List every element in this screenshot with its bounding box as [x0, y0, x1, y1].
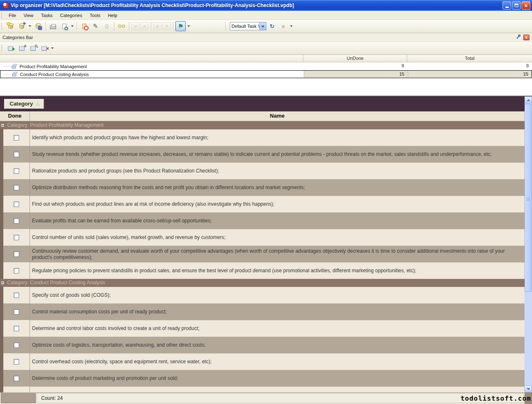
task-row[interactable]: Control overhead costs (electricity, spa…: [0, 353, 525, 370]
task-checkbox[interactable]: [14, 293, 19, 298]
undone-column-header[interactable]: UnDone: [303, 55, 407, 62]
x-icon: ×: [281, 23, 285, 30]
scroll-down-button[interactable]: [525, 385, 532, 392]
assign-task-icon: [105, 24, 108, 29]
categories-bar-close-button[interactable]: ×: [523, 34, 530, 40]
close-button[interactable]: [522, 1, 530, 10]
done-cell: [3, 320, 30, 337]
task-grid-panel: Category △ Done Name Category: Product P…: [0, 96, 532, 392]
task-row[interactable]: Rationalize products and product groups …: [0, 163, 525, 179]
task-row[interactable]: Optimize distribution methods reasoning …: [0, 179, 525, 196]
task-row[interactable]: Study revenue trends (whether product re…: [0, 146, 525, 163]
done-cell: [3, 196, 30, 212]
view-task-button[interactable]: [116, 21, 127, 31]
name-column-header[interactable]: Name: [30, 111, 525, 121]
category-row[interactable]: Product Profitability Management99: [0, 62, 532, 70]
window-title: Vip organizer [M:\Vlad\Checklists\Produc…: [11, 2, 500, 8]
green-flag-icon: ⚑: [178, 23, 183, 30]
view-mode-dropdown-icon[interactable]: [187, 25, 190, 27]
assign-task-button[interactable]: [101, 21, 112, 31]
delete-view-button[interactable]: ×: [278, 21, 288, 31]
save-database-button[interactable]: [33, 21, 43, 31]
categories-toolbar-dropdown-icon[interactable]: [51, 47, 54, 49]
task-row[interactable]: Evaluate profits that can be earned from…: [0, 212, 525, 229]
group-header-row[interactable]: Category: Conduct Product Costing Analys…: [0, 279, 525, 287]
open-dropdown-icon[interactable]: [29, 25, 31, 27]
task-row[interactable]: Control number of units sold (sales volu…: [0, 229, 525, 246]
print-dropdown-icon[interactable]: [71, 25, 74, 27]
task-checkbox[interactable]: [14, 342, 19, 348]
edit-task-button[interactable]: ✎: [90, 21, 101, 31]
task-checkbox[interactable]: [14, 135, 19, 140]
menu-item-tasks[interactable]: Tasks: [37, 12, 56, 19]
task-row[interactable]: Regulate pricing policies to prevent sta…: [0, 262, 525, 279]
group-header-row[interactable]: Category: Product Profitability Manageme…: [0, 121, 525, 129]
move-bottom-button[interactable]: [153, 22, 162, 30]
task-checkbox[interactable]: [14, 218, 19, 224]
add-subcategory-button[interactable]: [17, 43, 27, 53]
move-up-button[interactable]: [140, 22, 149, 30]
chevron-down-icon: [261, 24, 264, 27]
restore-button[interactable]: [512, 1, 521, 10]
task-row[interactable]: Determine costs of product marketing and…: [0, 370, 525, 387]
apply-view-button[interactable]: ↻: [267, 21, 277, 31]
task-checkbox[interactable]: [14, 376, 19, 381]
open-database-button[interactable]: [17, 21, 27, 31]
toolbar-separator: [225, 22, 226, 30]
vertical-scrollbar[interactable]: [525, 96, 532, 392]
group-header-label: Category: Conduct Product Costing Analys…: [7, 280, 105, 286]
count-label: Count: 24: [37, 393, 524, 403]
toolbar-gripper[interactable]: [1, 45, 3, 51]
scrollbar-thumb[interactable]: [525, 104, 532, 292]
task-row[interactable]: Optimize costs of logistics, transportat…: [0, 337, 525, 353]
collapse-icon[interactable]: [1, 123, 5, 127]
chevron-down-icon: [134, 24, 137, 27]
done-cell: [3, 163, 30, 179]
task-row[interactable]: Specify cost of goods sold (COGS);: [0, 287, 525, 303]
toolbar-gripper[interactable]: [1, 12, 3, 18]
menu-item-view[interactable]: View: [20, 12, 37, 19]
print-preview-button[interactable]: [59, 21, 69, 31]
print-button[interactable]: [48, 21, 58, 31]
total-column-header[interactable]: Total: [407, 55, 532, 62]
menu-item-file[interactable]: File: [5, 12, 20, 19]
task-checkbox[interactable]: [14, 168, 19, 174]
task-checkbox[interactable]: [14, 202, 19, 207]
task-checkbox[interactable]: [14, 235, 19, 240]
edit-category-button[interactable]: [28, 43, 38, 53]
menu-item-categories[interactable]: Categories: [57, 12, 86, 19]
collapse-icon[interactable]: [1, 281, 5, 285]
menu-item-help[interactable]: Help: [104, 12, 121, 19]
task-row[interactable]: Control material consumption costs per u…: [0, 303, 525, 320]
category-name-column-header[interactable]: [0, 55, 303, 62]
task-checkbox[interactable]: [14, 309, 19, 315]
add-category-button[interactable]: [5, 43, 16, 53]
task-row[interactable]: Continuously review customer demand, and…: [0, 246, 525, 262]
done-column-header[interactable]: Done: [0, 111, 30, 121]
new-database-button[interactable]: [5, 21, 16, 31]
minimize-button[interactable]: [502, 1, 511, 10]
menu-item-tools[interactable]: Tools: [86, 12, 104, 19]
task-checkbox[interactable]: [14, 268, 19, 273]
group-by-category-button[interactable]: Category △: [4, 99, 44, 109]
combo-dropdown-button[interactable]: [259, 22, 266, 30]
task-checkbox[interactable]: [14, 185, 19, 190]
move-down-button[interactable]: [131, 22, 140, 30]
task-row[interactable]: Determine and control labor costs involv…: [0, 320, 525, 337]
delete-category-button[interactable]: [39, 43, 49, 53]
scroll-up-button[interactable]: [525, 96, 532, 103]
task-checkbox[interactable]: [14, 326, 19, 331]
category-row[interactable]: Conduct Product Costing Analysis1515: [0, 70, 532, 78]
task-checkbox[interactable]: [14, 152, 19, 157]
task-checkbox[interactable]: [14, 359, 19, 365]
move-top-button[interactable]: [163, 22, 171, 30]
new-task-button[interactable]: [79, 21, 89, 31]
task-checkbox[interactable]: [14, 251, 19, 257]
view-mode-button[interactable]: ⚑: [175, 21, 186, 31]
task-row[interactable]: Find out which products and product line…: [0, 196, 525, 212]
add-subcategory-icon: [19, 46, 25, 51]
task-view-combobox[interactable]: Default Task V: [230, 22, 266, 30]
task-row[interactable]: Identify which products and product grou…: [0, 129, 525, 146]
toolbar-gripper[interactable]: [1, 23, 3, 29]
views-dropdown-icon[interactable]: [290, 25, 293, 27]
